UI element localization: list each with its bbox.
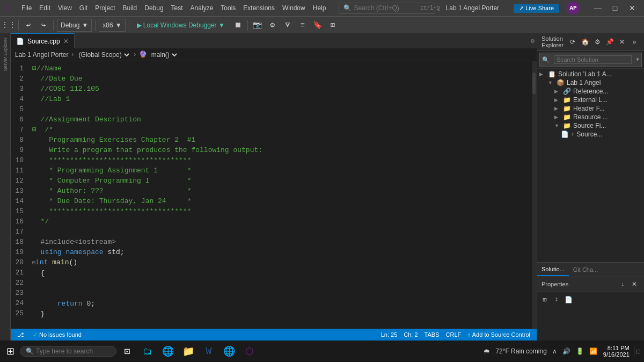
add-source-control[interactable]: ↑ Add to Source Control (465, 331, 532, 338)
tree-source-cpp[interactable]: 📄 + Source... (537, 130, 644, 139)
server-explorer-tab[interactable]: Server Explorer (2, 35, 9, 74)
menu-git[interactable]: Git (76, 3, 91, 13)
tab-git-changes[interactable]: Git Cha... (569, 263, 602, 276)
prop-pages-icon[interactable]: 📄 (563, 294, 574, 305)
menu-edit[interactable]: Edit (36, 3, 54, 13)
tree-arrow-solution: ▶ (539, 71, 546, 77)
properties-pin-icon[interactable]: ↓ (617, 279, 628, 289)
user-avatar[interactable]: AP (567, 2, 580, 15)
menu-analyze[interactable]: Analyze (187, 3, 217, 13)
editor-settings-icon[interactable]: ⚙ (531, 37, 535, 45)
taskbar-chevron-up[interactable]: ∧ (551, 346, 559, 356)
method-dropdown[interactable]: main() (149, 50, 179, 59)
toolbar-more[interactable]: ⊞ (326, 19, 339, 32)
tree-external[interactable]: ▶ 📁 External L... (537, 96, 644, 104)
minimize-button[interactable]: — (590, 1, 605, 16)
menu-extensions[interactable]: Extensions (240, 3, 278, 13)
show-desktop-btn[interactable]: □ (634, 346, 642, 356)
run-button[interactable]: ▶ Local Windows Debugger ▼ (133, 20, 229, 30)
taskbar-taskview[interactable]: ⊡ (118, 342, 137, 361)
menu-debug[interactable]: Debug (141, 3, 166, 13)
editor-scrollbar[interactable] (532, 61, 537, 329)
toolbar-stop[interactable]: ⏹ (231, 19, 244, 32)
weather-text[interactable]: 72°F Rain coming (494, 346, 548, 356)
platform-dropdown[interactable]: x86 ▼ (99, 19, 125, 32)
toolbar-dbg2[interactable]: ⛛ (281, 19, 294, 32)
scroll-thumb[interactable] (532, 73, 536, 94)
taskbar: ⊞ 🔍 ⊡ 🗂 🌐 📁 W 🌐 ⬡ 🌧 72°F Rain coming ∧ 🔊… (0, 341, 644, 362)
properties-close-icon[interactable]: ✕ (629, 279, 640, 289)
toolbar-separator5 (247, 20, 248, 31)
taskbar-explorer[interactable]: 🗂 (138, 342, 157, 361)
prop-sort-alpha-icon[interactable]: ↕ (551, 294, 562, 305)
taskbar-search[interactable]: 🔍 (20, 346, 116, 357)
menu-view[interactable]: View (55, 3, 75, 13)
taskbar-clock[interactable]: 8:11 PM 9/16/2021 (601, 344, 632, 359)
toolbar-dotgrid[interactable]: ⋮⋮ (2, 19, 15, 32)
debug-config-dropdown[interactable]: Debug ▼ (57, 19, 92, 32)
search-solution-input[interactable] (554, 55, 632, 64)
maximize-button[interactable]: □ (608, 1, 623, 16)
weather-icon: 🌧 (482, 346, 492, 356)
prop-sort-category-icon[interactable]: ⊞ (539, 294, 550, 305)
source-files-icon: 📁 (563, 122, 571, 129)
upload-icon: ↑ (467, 331, 471, 338)
se-more-icon[interactable]: » (629, 37, 640, 47)
toolbar-dbg3[interactable]: ≡ (296, 19, 309, 32)
run-label: ▶ Local Windows Debugger ▼ (137, 21, 225, 29)
tab-solution-explorer[interactable]: Solutio... (537, 263, 569, 276)
se-pin-icon[interactable]: 📌 (604, 37, 615, 47)
start-button[interactable]: ⊞ (2, 343, 19, 359)
status-ch[interactable]: Ch: 2 (401, 331, 420, 338)
taskbar-search-input[interactable] (36, 347, 111, 355)
taskbar-vs[interactable]: ⬡ (240, 342, 259, 361)
code-editor[interactable]: 12345 678910 1112131415 1617181920 21222… (11, 61, 537, 329)
menu-window[interactable]: Window (279, 3, 309, 13)
status-ln[interactable]: Ln: 25 (379, 331, 400, 338)
se-home-icon[interactable]: 🏠 (580, 37, 590, 47)
toolbar-redo[interactable]: ↪ (37, 19, 50, 32)
status-encoding[interactable]: CRLF (444, 331, 464, 338)
tree-project[interactable]: ▼ 📦 Lab 1 Angel (537, 78, 644, 87)
toolbar: ⋮⋮ ↩ ↪ Debug ▼ x86 ▼ ▶ Local Windows Deb… (0, 16, 644, 33)
menu-project[interactable]: Project (92, 3, 118, 13)
menu-help[interactable]: Help (310, 3, 330, 13)
right-panel: Solution Explorer ⟳ 🏠 ⚙ 📌 ✕ » 🔍 ▼ ▶ 📋 (537, 33, 644, 341)
code-content[interactable]: ⊟//Name //Date Due //COSC 112.105 //Lab … (28, 61, 532, 329)
tree-solution[interactable]: ▶ 📋 Solution 'Lab 1 A... (537, 70, 644, 78)
taskbar-files[interactable]: 📁 (179, 342, 198, 361)
taskbar-browser[interactable]: 🌐 (219, 342, 239, 361)
battery-icon[interactable]: 🔋 (574, 346, 586, 356)
solution-icon: 📋 (548, 70, 556, 78)
scope-dropdown[interactable]: (Global Scope) (77, 50, 131, 59)
toolbar-bookmark[interactable]: 🔖 (311, 19, 324, 32)
menu-tools[interactable]: Tools (217, 3, 239, 13)
menu-test[interactable]: Test (168, 3, 186, 13)
toolbar-snap[interactable]: 📷 (251, 19, 264, 32)
tree-header[interactable]: ▶ 📁 Header F... (537, 104, 644, 113)
menu-build[interactable]: Build (120, 3, 141, 13)
tree-references[interactable]: ▶ 🔗 Reference... (537, 87, 644, 96)
toolbar-dbg1[interactable]: ⚙ (266, 19, 279, 32)
git-branch[interactable]: ⎇ (15, 331, 26, 338)
main-area: Server Explorer 📄 Source.cpp ✕ ⚙ Lab 1 A… (0, 33, 644, 341)
menu-file[interactable]: File (18, 3, 35, 13)
se-sync-icon[interactable]: ⟳ (567, 37, 578, 47)
toolbar-undo[interactable]: ↩ (22, 19, 35, 32)
tree-resource[interactable]: ▶ 📁 Resource ... (537, 113, 644, 121)
tab-source-cpp[interactable]: 📄 Source.cpp ✕ (11, 33, 75, 48)
search-box[interactable]: 🔍 Ctrl+Q (339, 3, 435, 14)
network-icon[interactable]: 📶 (588, 346, 599, 356)
close-button[interactable]: ✕ (625, 1, 640, 16)
se-close-icon[interactable]: ✕ (617, 37, 627, 47)
status-tabs[interactable]: TABS (422, 331, 442, 338)
taskbar-edge[interactable]: 🌐 (158, 342, 178, 361)
se-settings-icon[interactable]: ⚙ (592, 37, 603, 47)
taskbar-word[interactable]: W (199, 342, 218, 361)
breadcrumb-file[interactable]: Lab 1 Angel Porter (15, 51, 68, 59)
live-share-button[interactable]: ↗ Live Share (514, 4, 559, 13)
ready-status[interactable]: ✓ No issues found (31, 331, 84, 338)
search-input[interactable] (354, 4, 418, 12)
tree-source-files[interactable]: ▼ 📁 Source Fi... (537, 121, 644, 130)
speaker-icon[interactable]: 🔊 (561, 346, 572, 356)
